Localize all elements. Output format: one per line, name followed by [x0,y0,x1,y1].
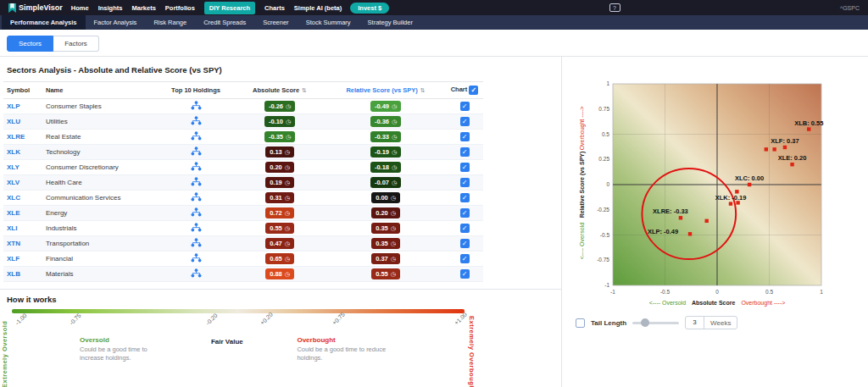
col-header-name[interactable]: Name [42,82,158,99]
relative-score-badge[interactable]: 0.37◷ [371,253,400,264]
sector-scatter-chart[interactable]: 10.750.50.250-0.25-0.5-0.75-1-1-0.500.51… [574,77,828,309]
top-10-holdings-icon[interactable] [191,131,202,142]
chart-row-checkbox[interactable]: ✓ [460,269,470,279]
absolute-score-badge[interactable]: 0.13◷ [265,147,294,158]
sort-icon[interactable]: ⇅ [420,87,426,93]
tail-length-checkbox[interactable] [576,318,585,328]
slider-knob[interactable] [641,318,649,327]
sector-name: Utilities [46,118,68,125]
chart-row-checkbox[interactable]: ✓ [460,178,470,187]
invest-button[interactable]: Invest $ [350,3,389,14]
chart-row-checkbox[interactable]: ✓ [460,117,470,126]
chart-row-checkbox[interactable]: ✓ [460,254,470,263]
sector-name: Consumer Discretionary [46,163,119,171]
symbol-link[interactable]: XLP [7,102,20,110]
sort-icon[interactable]: ⇅ [302,87,307,93]
absolute-score-badge[interactable]: 0.65◷ [265,253,294,264]
absolute-score-badge[interactable]: 0.20◷ [265,162,294,173]
col-header-absolute-score[interactable]: Absolute Score⇅ [234,82,326,99]
scale-tick-label: -1.00 [14,312,28,326]
relative-score-badge[interactable]: 0.00◷ [371,192,400,203]
topnav-item-simple-ai-beta[interactable]: Simple AI (beta) [294,4,342,12]
top-10-holdings-icon[interactable] [191,147,202,158]
history-icon: ◷ [285,210,290,217]
brand[interactable]: SimpleVisor [8,3,63,13]
col-header-symbol[interactable]: Symbol [3,82,42,99]
absolute-score-badge[interactable]: 0.55◷ [265,223,294,234]
symbol-link[interactable]: XLB [7,270,20,278]
chart-row-checkbox[interactable]: ✓ [460,224,470,233]
tab-factors[interactable]: Factors [53,36,99,52]
chart-row-checkbox[interactable]: ✓ [460,147,470,157]
svg-text:XLK: -0.19: XLK: -0.19 [715,194,747,202]
relative-score-badge[interactable]: -0.18◷ [370,162,401,173]
absolute-score-badge[interactable]: -0.26◷ [264,101,295,112]
symbol-link[interactable]: XLF [7,255,19,263]
top-10-holdings-icon[interactable] [191,268,202,279]
relative-score-badge[interactable]: 0.20◷ [371,207,400,218]
subnav-item-screener[interactable]: Screener [254,15,297,30]
chart-select-all-checkbox[interactable]: ✓ [469,86,478,95]
tail-length-value-input[interactable]: 3 [686,317,704,329]
top-10-holdings-icon[interactable] [191,162,202,173]
symbol-link[interactable]: XLE [7,209,20,217]
sector-table-row: XLK Technology 0.13◷ -0.19◷ ✓ [3,145,483,160]
absolute-score-badge[interactable]: 0.47◷ [265,238,294,249]
top-10-holdings-icon[interactable] [191,238,202,249]
absolute-score-badge[interactable]: 0.19◷ [265,177,294,188]
chart-row-checkbox[interactable]: ✓ [460,132,470,141]
symbol-link[interactable]: XLU [7,118,20,125]
absolute-score-badge[interactable]: -0.35◷ [264,131,295,142]
subnav-item-risk-range[interactable]: Risk Range [145,15,195,30]
chart-row-checkbox[interactable]: ✓ [460,239,470,248]
absolute-score-badge[interactable]: 0.88◷ [265,268,294,279]
top-10-holdings-icon[interactable] [191,207,202,218]
top-10-holdings-icon[interactable] [191,192,202,203]
history-icon: ◷ [392,119,397,125]
relative-score-badge[interactable]: -0.36◷ [370,116,401,127]
topnav-item-home[interactable]: Home [71,4,89,12]
symbol-link[interactable]: XLI [7,224,17,232]
chart-row-checkbox[interactable]: ✓ [460,163,470,172]
symbol-link[interactable]: XLY [7,163,19,171]
topnav-item-insights[interactable]: Insights [98,4,123,12]
relative-score-badge[interactable]: -0.49◷ [370,101,401,112]
top-10-holdings-icon[interactable] [191,177,202,188]
symbol-link[interactable]: XLRE [7,133,25,141]
relative-score-badge[interactable]: -0.19◷ [370,147,401,158]
symbol-link[interactable]: XLC [7,194,20,202]
top-10-holdings-icon[interactable] [191,116,202,127]
relative-score-badge[interactable]: -0.33◷ [370,131,401,142]
top-10-holdings-icon[interactable] [191,223,202,234]
relative-score-badge[interactable]: -0.07◷ [370,177,401,188]
tab-sectors[interactable]: Sectors [7,36,53,52]
chart-row-checkbox[interactable]: ✓ [460,193,470,202]
col-header-relative-score[interactable]: Relative Score (vs SPY)⇅ [326,82,446,99]
chart-row-checkbox[interactable]: ✓ [460,102,470,111]
topnav-item-portfolios[interactable]: Portfolios [165,4,195,12]
tail-length-slider[interactable] [632,322,679,324]
absolute-score-badge[interactable]: 0.31◷ [265,192,294,203]
topnav-item-markets[interactable]: Markets [131,4,155,12]
absolute-score-badge[interactable]: 0.72◷ [265,207,294,218]
help-icon[interactable]: ? [609,3,620,12]
subnav-item-credit-spreads[interactable]: Credit Spreads [195,15,254,30]
scale-tick-label: -0.20 [204,312,218,326]
top-10-holdings-icon[interactable] [191,101,202,112]
topnav-item-diy-research[interactable]: DIY Research [204,2,255,14]
symbol-link[interactable]: XTN [7,240,20,247]
symbol-link[interactable]: XLK [7,148,20,156]
relative-score-badge[interactable]: 0.35◷ [371,238,400,249]
symbol-link[interactable]: XLV [7,179,19,186]
absolute-score-badge[interactable]: -0.10◷ [264,116,295,127]
top-10-holdings-icon[interactable] [191,253,202,264]
tail-length-label: Tail Length [591,319,626,327]
topnav-item-charts[interactable]: Charts [264,4,285,12]
chart-row-checkbox[interactable]: ✓ [460,208,470,218]
relative-score-badge[interactable]: 0.55◷ [371,268,400,279]
subnav-item-strategy-builder[interactable]: Strategy Builder [359,15,421,30]
subnav-item-factor-analysis[interactable]: Factor Analysis [86,15,146,30]
subnav-item-performance-analysis[interactable]: Performance Analysis [2,15,86,30]
relative-score-badge[interactable]: 0.35◷ [371,223,400,234]
subnav-item-stock-summary[interactable]: Stock Summary [298,15,359,30]
